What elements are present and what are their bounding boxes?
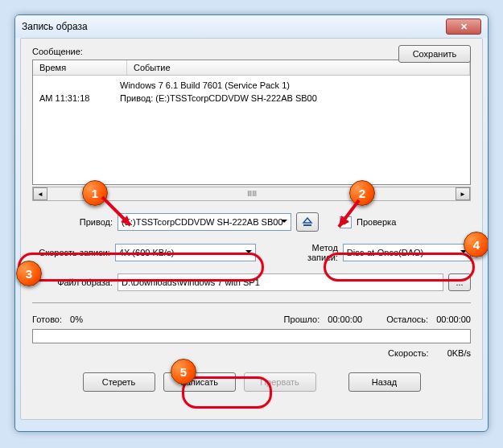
verify-checkbox[interactable]: ✔	[340, 216, 352, 228]
log-line: Привод: (E:)TSSTcorpCDDVDW SH-222AB SB00	[120, 93, 464, 103]
h-scrollbar[interactable]: ◄ ⅢⅢ ►	[32, 187, 471, 201]
save-button[interactable]: Сохранить	[398, 45, 471, 63]
log-listbox[interactable]: Время Событие Windows 7 6.1 Build 7601 (…	[32, 60, 471, 185]
write-button[interactable]: Записать	[163, 372, 236, 392]
eject-button[interactable]	[296, 212, 319, 232]
log-line: Windows 7 6.1 Build 7601 (Service Pack 1…	[120, 80, 464, 90]
log-row: AM 11:31:18 Привод: (E:)TSSTcorpCDDVDW S…	[36, 92, 467, 105]
erase-button[interactable]: Стереть	[83, 372, 155, 392]
ready-label: Готово:	[32, 314, 62, 324]
scroll-left-icon[interactable]: ◄	[33, 187, 47, 200]
verify-label: Проверка	[357, 217, 396, 227]
titlebar: Запись образа ✕	[15, 15, 488, 38]
window-title: Запись образа	[22, 21, 88, 32]
image-path-input[interactable]: D:\Downloads\Windows 7 with SP1	[118, 273, 443, 291]
content-pane: Сообщение: Сохранить Время Событие Windo…	[20, 38, 483, 420]
speed-row: Скорость: 0KB/s	[32, 348, 471, 358]
image-label: Файл образа:	[32, 277, 113, 287]
scroll-track[interactable]: ⅢⅢ	[47, 187, 456, 200]
method-dropdown[interactable]: Disc-at-Once(DAO)	[343, 244, 471, 261]
remain-value: 00:00:00	[436, 314, 471, 324]
transfer-speed-label: Скорость:	[388, 348, 429, 358]
log-row: Windows 7 6.1 Build 7601 (Service Pack 1…	[36, 79, 467, 92]
window: Запись образа ✕ Сообщение: Сохранить Вре…	[14, 14, 489, 432]
drive-row: Привод: (E:)TSSTcorpCDDVDW SH-222AB SB00…	[32, 212, 471, 232]
elapsed-label: Прошло:	[284, 314, 320, 324]
back-button[interactable]: Назад	[348, 372, 421, 392]
remain-label: Осталось:	[386, 314, 428, 324]
speed-method-row: Скорость записи: 4X (600 KB/s) Метод зап…	[32, 243, 471, 262]
progress-row: Готово: 0% Прошло: 00:00:00 Осталось: 00…	[32, 314, 471, 324]
transfer-speed-value: 0KB/s	[447, 348, 471, 358]
image-row: Файл образа: D:\Downloads\Windows 7 with…	[32, 273, 471, 291]
drive-dropdown[interactable]: (E:)TSSTcorpCDDVDW SH-222AB SB00	[118, 213, 291, 231]
browse-button[interactable]: ...	[448, 273, 471, 291]
button-row: Стереть Записать Прервать Назад	[32, 372, 471, 392]
speed-dropdown[interactable]: 4X (600 KB/s)	[115, 244, 256, 261]
svg-rect-0	[303, 224, 311, 226]
close-button[interactable]: ✕	[446, 18, 481, 35]
speed-label: Скорость записи:	[32, 248, 110, 257]
percent: 0%	[70, 314, 83, 324]
method-label: Метод записи:	[281, 243, 338, 262]
progress-bar	[32, 329, 471, 343]
log-body: Windows 7 6.1 Build 7601 (Service Pack 1…	[33, 76, 470, 108]
col-time[interactable]: Время	[33, 60, 127, 75]
scroll-right-icon[interactable]: ►	[456, 187, 470, 200]
eject-icon	[302, 217, 313, 227]
abort-button: Прервать	[244, 372, 316, 392]
elapsed-value: 00:00:00	[328, 314, 362, 324]
drive-label: Привод:	[32, 217, 113, 227]
separator	[32, 302, 471, 303]
log-time: AM 11:31:18	[39, 93, 120, 103]
